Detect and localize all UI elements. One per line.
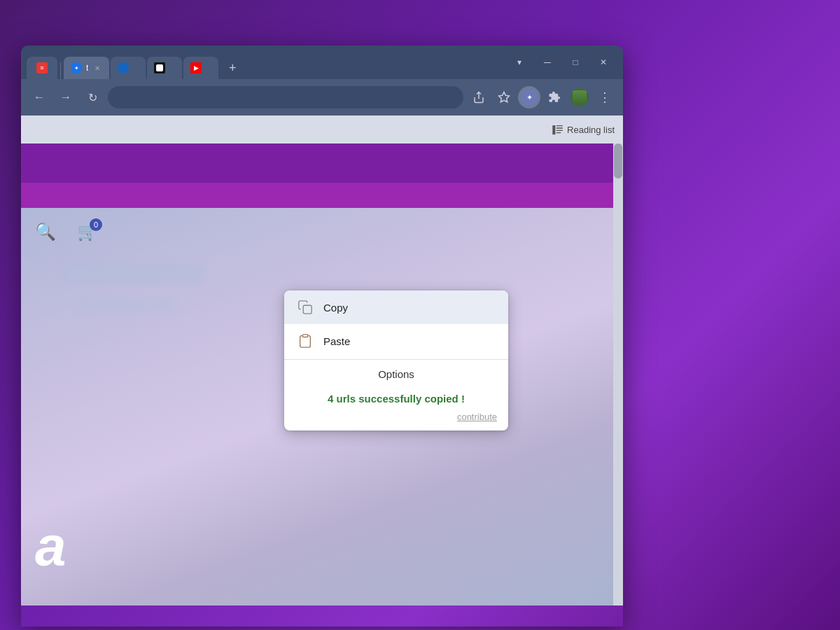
context-menu: Copy Paste Options (284, 290, 508, 430)
bookmark-button[interactable] (493, 86, 515, 108)
svg-rect-8 (302, 335, 307, 337)
cart-badge: 0 (90, 218, 102, 231)
tab-list-button[interactable]: ▾ (508, 51, 531, 74)
svg-rect-2 (552, 125, 555, 134)
menu-divider (284, 359, 508, 360)
options-label: Options (378, 368, 414, 380)
reading-list-label: Reading list (567, 125, 615, 135)
copy-label: Copy (323, 302, 348, 314)
search-icon: 🔍 (35, 222, 56, 241)
tab-icon-app: ≡ (36, 62, 48, 74)
blurred-content-1 (63, 264, 203, 285)
close-button[interactable]: ✕ (592, 51, 615, 74)
new-tab-button[interactable]: + (223, 58, 242, 78)
forward-button[interactable]: → (55, 86, 77, 108)
paste-menu-item[interactable]: Paste (284, 324, 508, 358)
reading-list-bar: Reading list (21, 115, 623, 144)
svg-marker-1 (499, 92, 510, 102)
tab-separator (60, 62, 61, 79)
more-options-button[interactable]: ⋮ (594, 86, 616, 108)
paste-label: Paste (323, 335, 350, 347)
copy-icon (295, 298, 315, 317)
tab-icon-eagle: ✦ (71, 62, 82, 74)
extensions-button[interactable] (543, 86, 566, 108)
page-nav (21, 183, 623, 208)
tab-black[interactable] (147, 57, 182, 79)
svg-rect-3 (556, 125, 563, 126)
tab-label-active: t (86, 63, 88, 73)
avatar-button[interactable] (568, 86, 591, 108)
desktop: ≡ ✦ t ✕ (0, 0, 840, 630)
profile-button[interactable]: ✦ (518, 86, 540, 108)
tab-app[interactable]: ≡ (27, 57, 57, 79)
share-button[interactable] (468, 86, 490, 108)
toolbar: ← → ↻ (21, 79, 623, 115)
scrollbar[interactable] (613, 144, 623, 606)
svg-rect-7 (303, 305, 312, 314)
restore-button[interactable]: □ (564, 51, 587, 74)
address-bar[interactable] (108, 86, 463, 108)
tab-icon-blue (118, 62, 129, 74)
paste-icon (295, 331, 315, 351)
back-button[interactable]: ← (28, 86, 50, 108)
minimize-button[interactable]: ─ (536, 51, 559, 74)
tab-icon-youtube: ▶ (190, 62, 202, 74)
tab-blue[interactable] (111, 57, 146, 79)
svg-rect-6 (556, 132, 561, 133)
reading-list-button[interactable]: Reading list (552, 124, 615, 135)
reload-button[interactable]: ↻ (81, 86, 104, 108)
scrollbar-thumb[interactable] (614, 144, 622, 178)
copy-menu-item[interactable]: Copy (284, 290, 508, 324)
browser-window: ≡ ✦ t ✕ (21, 46, 623, 626)
status-text: 4 urls successfully copied ! (284, 387, 508, 409)
title-bar: ≡ ✦ t ✕ (21, 46, 623, 79)
tab-youtube[interactable]: ▶ (183, 57, 218, 79)
toolbar-right: ✦ ⋮ (468, 86, 616, 108)
options-menu-item[interactable]: Options (284, 361, 508, 387)
page-header (21, 144, 623, 183)
svg-rect-5 (556, 130, 563, 131)
tab-icon-black (154, 62, 165, 74)
page-logo-letter: a (35, 514, 66, 579)
page-content: 🔍 🛒 0 a (21, 144, 623, 606)
window-controls: ▾ ─ □ ✕ (508, 51, 615, 74)
blurred-content-2 (77, 299, 175, 313)
svg-rect-4 (556, 127, 563, 128)
tab-active[interactable]: ✦ t ✕ (64, 57, 109, 79)
contribute-link[interactable]: contribute (284, 409, 508, 430)
tab-close-active[interactable]: ✕ (92, 63, 102, 73)
